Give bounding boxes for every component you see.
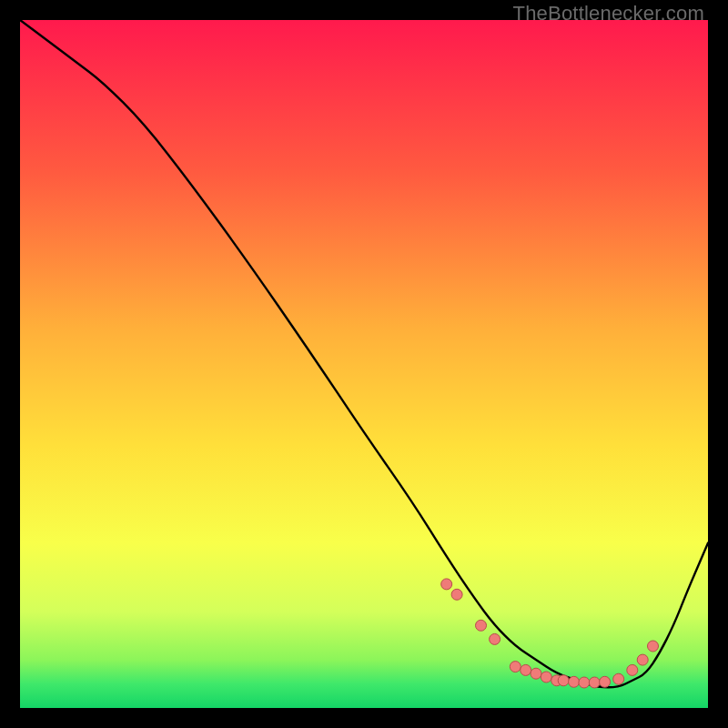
data-dot xyxy=(541,672,551,682)
data-dot xyxy=(613,673,624,684)
data-dot xyxy=(579,677,590,688)
data-dot xyxy=(521,664,531,675)
gradient-bg xyxy=(20,20,708,708)
data-dot xyxy=(627,664,638,675)
data-dot xyxy=(558,675,569,686)
chart-svg xyxy=(20,20,708,708)
data-dot xyxy=(441,579,452,590)
data-dot xyxy=(637,654,648,665)
data-dot xyxy=(476,620,487,631)
data-dot xyxy=(569,676,580,687)
data-dot xyxy=(490,633,500,644)
data-dot xyxy=(589,677,600,688)
data-dot xyxy=(531,668,541,679)
data-dot xyxy=(451,589,462,600)
data-dot xyxy=(648,641,659,652)
watermark-label: TheBottlenecker.com xyxy=(513,2,704,25)
data-dot xyxy=(600,676,611,687)
data-dot xyxy=(510,662,521,672)
chart-frame xyxy=(20,20,708,708)
